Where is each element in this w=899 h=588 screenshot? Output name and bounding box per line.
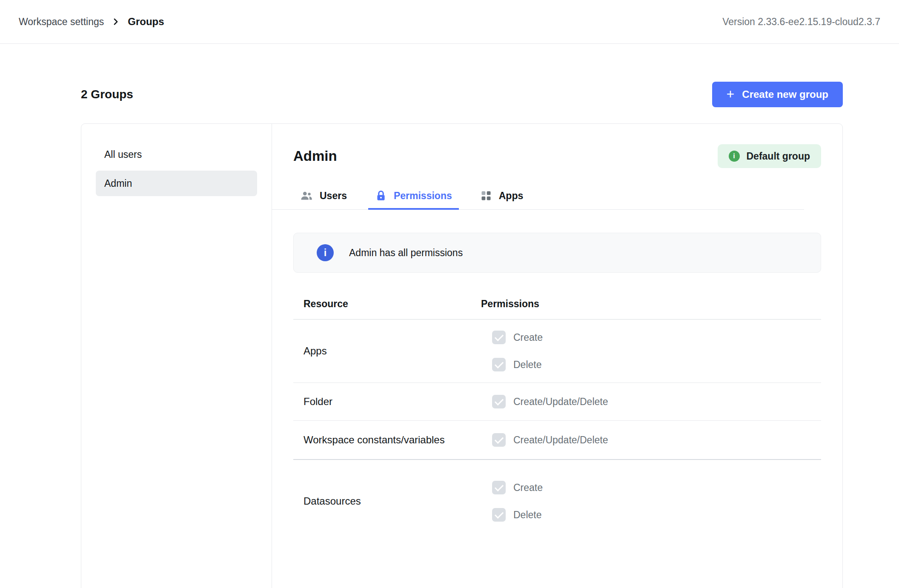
tab-permissions[interactable]: Permissions [368,183,459,210]
apps-grid-icon [480,190,492,202]
sidebar-item-all-users[interactable]: All users [96,142,257,167]
breadcrumb-groups: Groups [128,16,164,28]
create-new-group-button[interactable]: + Create new group [712,82,843,107]
default-group-badge: i Default group [718,144,822,168]
users-icon [300,189,313,202]
permission-label: Delete [513,509,541,521]
permission-option: Create/Update/Delete [492,426,821,454]
group-tabs: Users Permissions [272,183,804,210]
apps-delete-checkbox [492,358,506,371]
permission-option: Delete [492,501,821,528]
group-header: Admin i Default group [293,144,821,168]
table-row-apps: Apps Create Delete [293,320,821,383]
workspace-settings-page: Workspace settings Groups Version 2.33.6… [0,0,899,588]
permission-label: Create [513,482,543,494]
permission-label: Create/Update/Delete [513,434,608,446]
table-header-row: Resource Permissions [293,289,821,320]
tab-users-label: Users [320,190,347,202]
groups-count-label: 2 Groups [81,88,133,101]
column-header-permissions: Permissions [481,298,821,310]
permission-option: Create [492,324,821,351]
permissions-info-banner: i Admin has all permissions [293,233,821,273]
group-title: Admin [293,148,337,164]
column-header-resource: Resource [293,298,481,310]
tab-apps[interactable]: Apps [473,183,530,210]
permission-label: Create/Update/Delete [513,396,608,408]
groups-sidebar: All users Admin [81,124,272,588]
table-row-workspace-constants: Workspace constants/variables Create/Upd… [293,421,821,460]
info-icon: i [317,244,334,261]
tab-permissions-label: Permissions [394,190,452,202]
group-detail-panel: Admin i Default group [272,124,842,588]
top-header: Workspace settings Groups Version 2.33.6… [0,0,899,44]
groups-toolbar: 2 Groups + Create new group [81,82,843,107]
folder-cud-checkbox [492,395,506,408]
default-group-label: Default group [747,151,810,162]
lock-icon [375,190,387,202]
breadcrumb: Workspace settings Groups [19,16,164,28]
permissions-cell: Create Delete [481,474,821,528]
create-new-group-label: Create new group [742,88,828,100]
info-icon: i [729,151,740,162]
permission-option: Create/Update/Delete [492,388,821,415]
permissions-cell: Create/Update/Delete [481,426,821,454]
permission-label: Delete [513,359,541,371]
tab-users[interactable]: Users [293,183,354,210]
breadcrumb-workspace-settings[interactable]: Workspace settings [19,16,104,28]
permission-option: Delete [492,351,821,378]
apps-create-checkbox [492,331,506,344]
permission-label: Create [513,332,543,343]
resource-label: Apps [293,324,481,378]
datasources-create-checkbox [492,481,506,494]
main-content: 2 Groups + Create new group All users Ad… [0,44,899,588]
plus-icon: + [727,87,735,101]
permissions-table: Resource Permissions Apps Create [293,289,821,542]
chevron-right-icon [112,17,120,26]
sidebar-item-admin[interactable]: Admin [96,171,257,196]
permission-option: Create [492,474,821,501]
groups-card: All users Admin Admin i Default group [81,123,843,588]
datasources-delete-checkbox [492,508,506,522]
table-row-folder: Folder Create/Update/Delete [293,383,821,421]
constants-cud-checkbox [492,433,506,447]
version-label: Version 2.33.6-ee2.15.19-cloud2.3.7 [722,16,880,28]
resource-label: Datasources [293,474,481,528]
resource-label: Folder [293,388,481,415]
banner-text: Admin has all permissions [349,247,463,259]
permissions-cell: Create/Update/Delete [481,388,821,415]
table-row-datasources: Datasources Create Delete [293,460,821,542]
permissions-cell: Create Delete [481,324,821,378]
tab-apps-label: Apps [499,190,524,202]
resource-label: Workspace constants/variables [293,426,481,454]
